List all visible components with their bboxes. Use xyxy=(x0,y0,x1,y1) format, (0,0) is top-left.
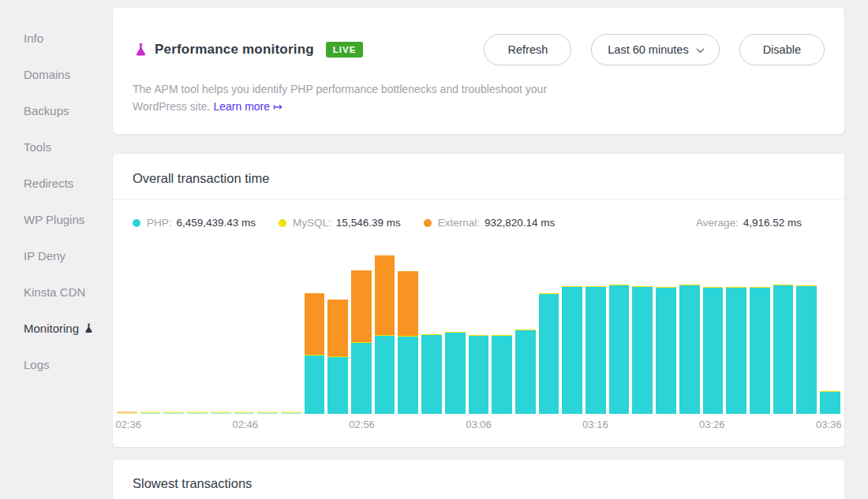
transaction-chart xyxy=(117,248,840,414)
sidebar-item-label: Kinsta CDN xyxy=(24,285,85,299)
chart-bar[interactable] xyxy=(609,248,630,414)
chart-bar[interactable] xyxy=(703,248,724,414)
bar-segment-php xyxy=(586,287,606,414)
bar-segment-php xyxy=(305,356,325,414)
x-axis-tick: 02:36 xyxy=(116,419,142,430)
sidebar-item-ip-deny[interactable]: IP Deny xyxy=(0,237,113,274)
sidebar-item-domains[interactable]: Domains xyxy=(0,56,113,92)
chart-bar[interactable] xyxy=(187,248,208,414)
sidebar-item-backups[interactable]: Backups xyxy=(0,92,113,128)
bar-segment-php xyxy=(539,294,559,414)
bar-segment-php xyxy=(750,288,770,414)
bar-segment-external xyxy=(375,255,395,335)
average-label: Average: xyxy=(696,217,739,229)
chart-bar[interactable] xyxy=(421,248,442,414)
sidebar-item-tools[interactable]: Tools xyxy=(0,128,113,165)
sidebar-item-label: Domains xyxy=(24,68,70,81)
sidebar-item-wp-plugins[interactable]: WP Plugins xyxy=(0,201,113,237)
chart-bar[interactable] xyxy=(492,248,512,414)
learn-more-link[interactable]: Learn more ↦ xyxy=(213,100,282,113)
chart-bar[interactable] xyxy=(163,248,184,414)
chart-bar[interactable] xyxy=(726,248,746,414)
main-content: Performance monitoring LIVE Refresh Last… xyxy=(113,8,844,499)
bar-segment-php xyxy=(234,413,255,414)
chart-bar[interactable] xyxy=(234,248,255,414)
bar-segment-php xyxy=(327,357,348,414)
chart-bar[interactable] xyxy=(515,248,536,414)
legend-value: 932,820.14 ms xyxy=(485,217,555,229)
bar-segment-php xyxy=(211,413,231,414)
sidebar-item-label: Monitoring xyxy=(24,322,79,335)
sidebar-item-monitoring[interactable]: Monitoring xyxy=(0,310,113,346)
bar-segment-php xyxy=(820,392,840,414)
legend-value: 15,546.39 ms xyxy=(336,217,401,229)
chart-bar[interactable] xyxy=(445,248,466,414)
bar-segment-php xyxy=(281,413,301,414)
sidebar-item-label: WP Plugins xyxy=(24,213,84,226)
disable-button[interactable]: Disable xyxy=(739,34,825,65)
bar-segment-php xyxy=(421,335,442,414)
bar-segment-mysql xyxy=(117,413,137,414)
apm-description: The APM tool helps you identify PHP perf… xyxy=(113,65,594,115)
chart-bar[interactable] xyxy=(586,248,606,414)
legend-name: MySQL: xyxy=(293,217,331,229)
refresh-button[interactable]: Refresh xyxy=(484,34,571,65)
x-axis-tick: 03:26 xyxy=(699,419,725,430)
chart-bar[interactable] xyxy=(750,248,770,414)
chart-bar[interactable] xyxy=(820,248,840,414)
bar-segment-php xyxy=(796,286,817,414)
apm-description-text: The APM tool helps you identify PHP perf… xyxy=(133,83,547,113)
chart-bar[interactable] xyxy=(632,248,653,414)
bar-segment-php xyxy=(632,287,653,414)
x-axis-tick: 03:16 xyxy=(582,419,608,430)
chart-bar[interactable] xyxy=(773,248,794,414)
sidebar-item-label: Redirects xyxy=(24,177,73,190)
bar-segment-php xyxy=(726,288,746,414)
chart-bar[interactable] xyxy=(796,248,817,414)
average-value: 4,916.52 ms xyxy=(743,217,802,229)
sidebar-item-info[interactable]: Info xyxy=(0,20,113,56)
sidebar-item-kinsta-cdn[interactable]: Kinsta CDN xyxy=(0,274,113,310)
slowest-transactions-card: Slowest transactions xyxy=(113,460,844,499)
bar-segment-php xyxy=(445,333,466,414)
bar-segment-php xyxy=(773,285,794,414)
bar-segment-php xyxy=(257,413,278,414)
bar-segment-php xyxy=(562,287,582,414)
chart-bar[interactable] xyxy=(398,248,418,414)
chart-bar[interactable] xyxy=(656,248,676,414)
sidebar-item-logs[interactable]: Logs xyxy=(0,346,113,382)
chart-bar[interactable] xyxy=(562,248,582,414)
bar-segment-php xyxy=(492,336,512,414)
chart-x-axis: 02:3602:4602:5603:0603:1603:2603:36 xyxy=(117,419,840,433)
chart-bar[interactable] xyxy=(281,248,301,414)
bar-segment-php xyxy=(351,343,372,414)
learn-more-label: Learn more xyxy=(213,100,270,113)
legend-average: Average: 4,916.52 ms xyxy=(696,217,802,229)
time-range-dropdown[interactable]: Last 60 minutes xyxy=(591,34,719,65)
chart-bar[interactable] xyxy=(257,248,278,414)
legend-value: 6,459,439.43 ms xyxy=(177,217,256,229)
chart-bar[interactable] xyxy=(351,248,372,414)
bar-segment-php xyxy=(140,413,161,414)
chart-bar[interactable] xyxy=(327,248,348,414)
bar-segment-php xyxy=(398,337,418,414)
chart-bar[interactable] xyxy=(539,248,559,414)
chart-bar[interactable] xyxy=(211,248,231,414)
flask-icon xyxy=(135,43,147,57)
chart-bar[interactable] xyxy=(117,248,137,414)
chart-bar[interactable] xyxy=(305,248,325,414)
x-axis-tick: 02:46 xyxy=(232,419,258,430)
bar-segment-php xyxy=(609,285,630,414)
chart-bar[interactable] xyxy=(679,248,700,414)
header-buttons: Refresh Last 60 minutes Disable xyxy=(484,34,825,65)
chart-bar[interactable] xyxy=(375,248,395,414)
external-arrow-icon: ↦ xyxy=(273,100,282,113)
bar-segment-php xyxy=(515,330,536,414)
sidebar-item-label: IP Deny xyxy=(24,249,65,263)
legend-dot-icon xyxy=(133,219,140,227)
chart-bar[interactable] xyxy=(140,248,161,414)
chart-bar[interactable] xyxy=(469,248,489,414)
sidebar-item-redirects[interactable]: Redirects xyxy=(0,165,113,201)
bar-segment-php xyxy=(703,288,724,414)
overall-transaction-time-card: Overall transaction time PHP: 6,459,439.… xyxy=(113,154,844,447)
